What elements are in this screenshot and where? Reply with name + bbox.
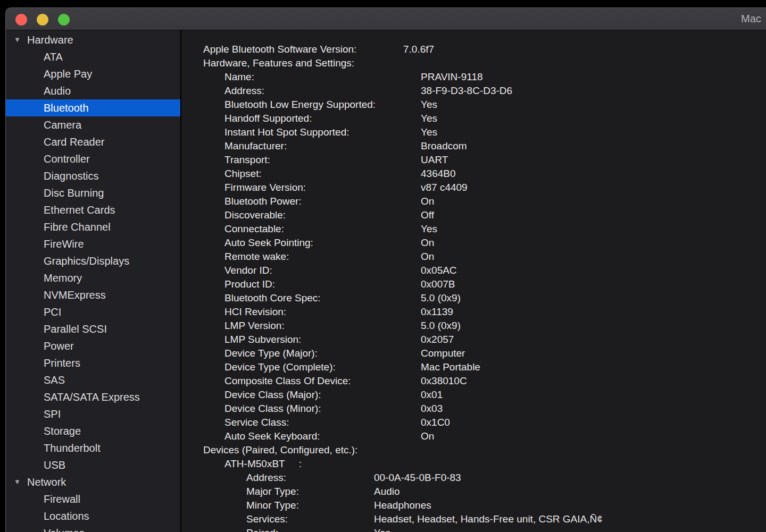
sidebar-item-firewall[interactable]: Firewall [6, 491, 180, 508]
row-value: 38-F9-D3-8C-D3-D6 [421, 84, 512, 98]
row-value: Headset, Headset, Hands-Free unit, CSR G… [374, 512, 603, 526]
info-row-bluetooth-power: Bluetooth Power:On [181, 195, 766, 208]
sidebar-item-diagnostics[interactable]: Diagnostics [6, 167, 180, 184]
sidebar-item-storage[interactable]: Storage [6, 423, 180, 440]
row-value: PRAVIN-9118 [421, 70, 483, 84]
sidebar-item-usb[interactable]: USB [6, 457, 180, 474]
sidebar-item-disc-burning[interactable]: Disc Burning [6, 184, 180, 201]
sidebar-item-fibre-channel[interactable]: Fibre Channel [6, 218, 180, 235]
row-value: 0x38010C [421, 374, 467, 388]
disclosure-triangle-icon[interactable]: ▼ [14, 31, 21, 48]
row-value: 4364B0 [421, 167, 456, 181]
sidebar-item-locations[interactable]: Locations [6, 508, 180, 525]
sidebar-item-sas[interactable]: SAS [6, 371, 180, 389]
row-label: Apple Bluetooth Software Version: [203, 43, 356, 56]
row-label: Devices (Paired, Configured, etc.): [203, 443, 357, 457]
row-label: Bluetooth Core Spec: [224, 291, 321, 305]
row-label: LMP Subversion: [224, 333, 301, 347]
row-label: Address: [224, 84, 264, 98]
row-value: 7.0.6f7 [403, 43, 434, 56]
close-button[interactable] [15, 14, 27, 26]
row-label: Major Type: [246, 485, 299, 499]
info-row-auto-seek-pointing: Auto Seek Pointing:On [181, 236, 766, 250]
info-row-handoff-supported: Handoff Supported:Yes [181, 112, 766, 125]
row-label: Paired: [246, 526, 278, 532]
info-row-firmware-version: Firmware Version:v87 c4409 [181, 181, 766, 195]
info-row-connectable: Connectable:Yes [181, 222, 766, 236]
sidebar-item-volumes[interactable]: Volumes [6, 525, 180, 532]
info-row-minor-type: Minor Type:Headphones [181, 499, 766, 512]
zoom-button[interactable] [58, 14, 70, 26]
sidebar-item-power[interactable]: Power [6, 337, 180, 354]
disclosure-triangle-icon[interactable]: ▼ [14, 474, 21, 491]
row-label: Instant Hot Spot Supported: [224, 125, 349, 139]
row-label: Connectable: [224, 222, 284, 236]
row-value: v87 c4409 [421, 181, 468, 195]
sidebar-item-sata-sata-express[interactable]: SATA/SATA Express [6, 389, 180, 406]
sidebar-item-bluetooth[interactable]: Bluetooth [6, 99, 180, 116]
row-value: 0x1139 [421, 305, 453, 319]
sidebar-item-parallel-scsi[interactable]: Parallel SCSI [6, 320, 180, 337]
info-row-auto-seek-keyboard: Auto Seek Keyboard:On [181, 429, 766, 443]
sidebar-item-nvmexpress[interactable]: NVMExpress [6, 286, 180, 303]
row-value: Yes [421, 222, 437, 236]
row-value: 0x007B [421, 277, 455, 291]
info-row-remote-wake: Remote wake:On [181, 250, 766, 264]
row-label: Auto Seek Pointing: [224, 236, 313, 250]
row-label: Device Type (Major): [224, 347, 318, 360]
info-row-device-type-major: Device Type (Major):Computer [181, 347, 766, 360]
info-row-transport: Transport:UART [181, 153, 766, 167]
row-label: Discoverable: [224, 208, 286, 222]
sidebar-item-printers[interactable]: Printers [6, 354, 180, 371]
sidebar-item-thunderbolt[interactable]: Thunderbolt [6, 440, 180, 457]
info-row-discoverable: Discoverable:Off [181, 208, 766, 222]
row-value: 0x05AC [421, 264, 457, 277]
row-label: LMP Version: [224, 319, 285, 333]
info-row-lmp-subversion: LMP Subversion:0x2057 [181, 333, 766, 347]
traffic-lights [15, 14, 70, 26]
sidebar-item-graphics-displays[interactable]: Graphics/Displays [6, 252, 180, 269]
row-value: On [421, 236, 434, 250]
row-value: Off [421, 208, 434, 222]
row-label: Chipset: [224, 167, 262, 181]
row-label: Composite Class Of Device: [224, 374, 351, 388]
sidebar-item-pci[interactable]: PCI [6, 303, 180, 320]
row-label: Firmware Version: [224, 181, 306, 195]
row-label: HCI Revision: [224, 305, 286, 319]
row-value: On [421, 195, 434, 208]
sidebar-item-spi[interactable]: SPI [6, 406, 180, 423]
minimize-button[interactable] [37, 14, 48, 26]
sidebar-item-ata[interactable]: ATA [6, 48, 180, 65]
row-label: Manufacturer: [224, 139, 287, 153]
info-row-device-type-complete: Device Type (Complete):Mac Portable [181, 360, 766, 374]
row-label: Bluetooth Power: [224, 195, 302, 208]
row-value: 5.0 (0x9) [421, 319, 461, 333]
sidebar-item-apple-pay[interactable]: Apple Pay [6, 65, 180, 82]
row-label: Address: [246, 471, 286, 485]
row-label: Service Class: [224, 416, 289, 429]
sidebar-item-camera[interactable]: Camera [6, 116, 180, 133]
row-value: On [421, 429, 434, 443]
row-value: On [421, 250, 434, 264]
sidebar-section-hardware[interactable]: ▼Hardware [6, 31, 180, 48]
sidebar-item-ethernet-cards[interactable]: Ethernet Cards [6, 201, 180, 218]
row-value: Audio [374, 485, 400, 499]
info-row-bluetooth-core-spec: Bluetooth Core Spec:5.0 (0x9) [181, 291, 766, 305]
sidebar-item-memory[interactable]: Memory [6, 269, 180, 286]
sidebar-item-audio[interactable]: Audio [6, 82, 180, 99]
sidebar-item-firewire[interactable]: FireWire [6, 235, 180, 252]
row-value: 0x2057 [421, 333, 454, 347]
sidebar-section-network[interactable]: ▼Network [6, 474, 180, 491]
info-row-vendor-id: Vendor ID:0x05AC [181, 264, 766, 277]
row-value: Yes [421, 112, 437, 125]
row-value: 00-0A-45-0B-F0-83 [374, 471, 461, 485]
row-value: 5.0 (0x9) [421, 291, 461, 305]
row-value: Broadcom [421, 139, 467, 153]
sidebar: ▼HardwareATAApple PayAudioBluetoothCamer… [6, 30, 181, 532]
sidebar-item-controller[interactable]: Controller [6, 150, 180, 167]
row-value: 0x03 [421, 402, 443, 416]
sidebar-item-card-reader[interactable]: Card Reader [6, 133, 180, 150]
system-information-window: Mac ▼HardwareATAApple PayAudioBluetoothC… [5, 7, 766, 532]
titlebar[interactable]: Mac [6, 7, 766, 30]
row-value: Headphones [374, 499, 431, 512]
